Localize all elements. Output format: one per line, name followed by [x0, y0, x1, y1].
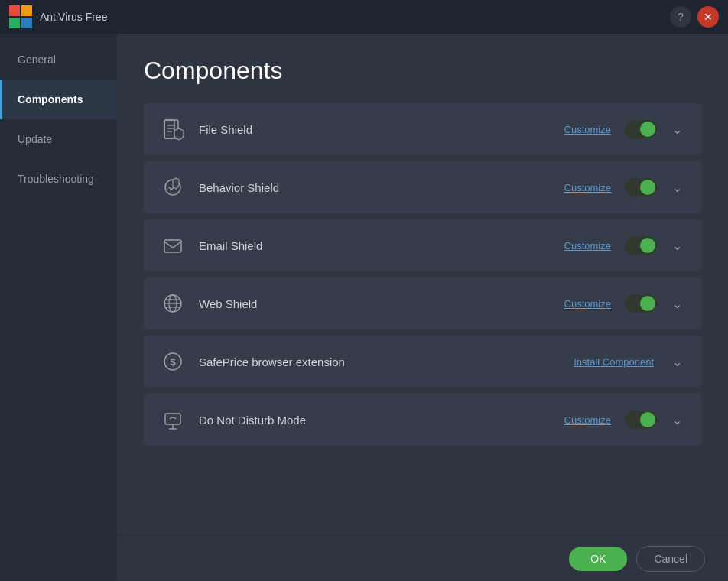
sidebar: General Components Update Troubleshootin… — [0, 34, 117, 581]
file-shield-name: File Shield — [199, 123, 564, 136]
bottom-bar: OK Cancel — [117, 535, 728, 581]
dnd-chevron[interactable]: ⌄ — [668, 411, 686, 429]
page-title: Components — [144, 57, 701, 85]
file-shield-icon — [159, 115, 187, 143]
file-shield-chevron[interactable]: ⌄ — [668, 120, 686, 138]
dnd-name: Do Not Disturb Mode — [199, 414, 564, 427]
svg-rect-2 — [9, 18, 20, 28]
web-shield-toggle[interactable] — [625, 294, 657, 313]
sidebar-item-components[interactable]: Components — [0, 80, 117, 119]
component-row-safeprice: $ SafePrice browser extension Install Co… — [144, 336, 701, 388]
titlebar-left: AntiVirus Free — [9, 5, 107, 28]
help-button[interactable]: ? — [670, 6, 691, 28]
safeprice-chevron[interactable]: ⌄ — [668, 352, 686, 371]
content-area: Components File Shield Customize — [117, 34, 728, 581]
web-shield-icon — [159, 290, 187, 317]
sidebar-item-troubleshooting[interactable]: Troubleshooting — [0, 159, 117, 199]
component-row-behavior-shield: Behavior Shield Customize ⌄ — [144, 161, 701, 213]
main-layout: General Components Update Troubleshootin… — [0, 34, 728, 581]
avg-logo-icon — [9, 5, 32, 28]
behavior-shield-name: Behavior Shield — [199, 181, 564, 194]
dnd-icon — [159, 406, 187, 433]
email-shield-customize[interactable]: Customize — [564, 240, 611, 252]
file-shield-customize[interactable]: Customize — [564, 124, 611, 135]
svg-rect-0 — [9, 5, 20, 16]
sidebar-item-update[interactable]: Update — [0, 119, 117, 159]
component-row-file-shield: File Shield Customize ⌄ — [144, 103, 701, 155]
component-row-dnd: Do Not Disturb Mode Customize ⌄ — [144, 394, 701, 446]
safeprice-icon: $ — [159, 348, 187, 375]
component-row-email-shield: Email Shield Customize ⌄ — [144, 219, 701, 271]
dnd-customize[interactable]: Customize — [564, 414, 611, 426]
svg-rect-1 — [21, 5, 32, 16]
behavior-shield-icon — [159, 174, 187, 201]
close-button[interactable]: ✕ — [697, 6, 719, 28]
safeprice-name: SafePrice browser extension — [199, 355, 574, 368]
titlebar-right: ? ✕ — [670, 6, 719, 28]
web-shield-chevron[interactable]: ⌄ — [668, 294, 686, 313]
file-shield-toggle[interactable] — [625, 120, 657, 138]
web-shield-name: Web Shield — [199, 297, 564, 310]
svg-text:$: $ — [170, 356, 176, 368]
svg-rect-10 — [164, 240, 181, 252]
svg-rect-18 — [165, 414, 180, 424]
ok-button[interactable]: OK — [569, 547, 627, 571]
email-shield-chevron[interactable]: ⌄ — [668, 236, 686, 255]
email-shield-name: Email Shield — [199, 239, 564, 252]
behavior-shield-toggle[interactable] — [625, 178, 657, 196]
svg-rect-5 — [164, 120, 174, 138]
app-title: AntiVirus Free — [40, 11, 107, 23]
component-row-web-shield: Web Shield Customize ⌄ — [144, 278, 701, 329]
dnd-toggle[interactable] — [625, 411, 657, 429]
sidebar-item-general[interactable]: General — [0, 40, 117, 80]
safeprice-install[interactable]: Install Component — [574, 356, 654, 368]
email-shield-icon — [159, 232, 187, 259]
titlebar: AntiVirus Free ? ✕ — [0, 0, 728, 34]
cancel-button[interactable]: Cancel — [636, 546, 705, 572]
svg-rect-3 — [21, 18, 32, 28]
web-shield-customize[interactable]: Customize — [564, 298, 611, 310]
behavior-shield-chevron[interactable]: ⌄ — [668, 178, 686, 196]
email-shield-toggle[interactable] — [625, 236, 657, 255]
behavior-shield-customize[interactable]: Customize — [564, 182, 611, 193]
